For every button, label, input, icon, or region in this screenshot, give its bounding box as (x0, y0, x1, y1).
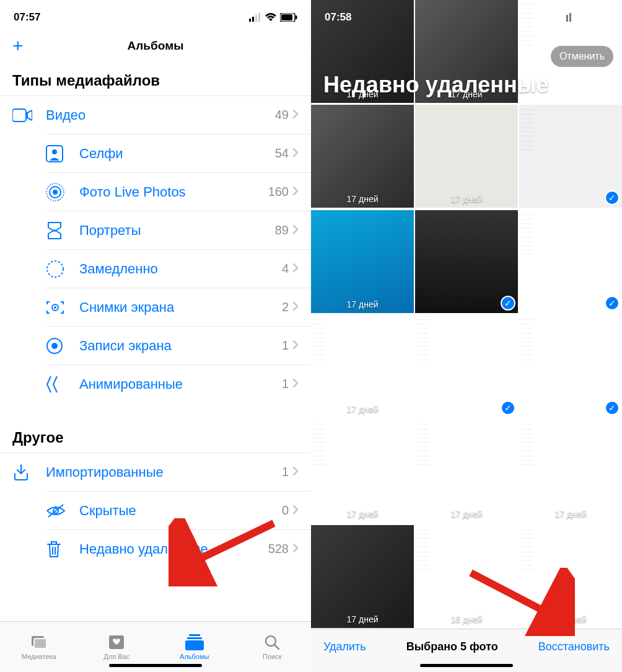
thumbnail-content: · · · · · ·· · · · · ·· · · · · ·· · · ·… (311, 315, 414, 365)
search-icon (264, 634, 280, 650)
list-item[interactable]: Записи экрана1 (46, 326, 311, 365)
thumbnail-content: · · · · · ·· · · · · ·· · · · · ·· · · ·… (519, 525, 622, 575)
chevron-right-icon (292, 109, 299, 122)
tab-library[interactable]: Медиатека (0, 622, 78, 672)
video-icon (12, 108, 46, 123)
delete-button[interactable]: Удалить (323, 640, 366, 653)
recently-deleted-screen: 07:58 Отменить Недавно удаленные 17 дней… (311, 0, 622, 672)
list-item-count: 4 (282, 262, 289, 276)
chevron-right-icon (292, 263, 299, 275)
thumbnail-content: · · · · · ·· · · · · ·· · · · · ·· · · ·… (311, 420, 414, 469)
list-item[interactable]: Импортированные1 (0, 453, 311, 491)
library-icon (30, 634, 48, 650)
nav-header: + Альбомы (0, 31, 311, 61)
add-button[interactable]: + (12, 35, 24, 56)
photo-thumbnail[interactable]: · · · · · ·· · · · · ·· · · · · ·· · · ·… (519, 105, 622, 208)
photo-thumbnail[interactable]: 17 дней (311, 525, 414, 628)
status-icons (560, 13, 608, 22)
status-time: 07:57 (14, 11, 40, 24)
svg-rect-23 (189, 634, 200, 636)
home-indicator (420, 664, 513, 667)
thumbnail-content: · · · · · ·· · · · · ·· · · · · ·· · · ·… (519, 105, 622, 154)
list-item[interactable]: Видео49 (0, 95, 311, 134)
photo-thumbnail[interactable]: · · · · · ·· · · · · ·· · · · · ·· · · ·… (519, 525, 622, 628)
photo-thumbnail[interactable]: · · · · · ·· · · · · ·· · · · · ·· · · ·… (415, 315, 518, 418)
list-item-count: 54 (275, 146, 289, 161)
section-media-title: Типы медиафайлов (0, 61, 311, 95)
svg-rect-31 (566, 15, 568, 22)
tab-label: Для Вас (103, 653, 129, 660)
screenshot-icon (46, 299, 79, 316)
photo-thumbnail[interactable]: 17 дней (415, 105, 518, 208)
list-item[interactable]: Селфи54 (46, 134, 311, 172)
record-icon (46, 337, 79, 355)
list-item-count: 1 (282, 465, 289, 479)
list-item-count: 1 (282, 338, 289, 353)
days-remaining-label: 17 дней (347, 404, 379, 414)
svg-rect-6 (296, 15, 297, 19)
photo-thumbnail[interactable]: · · · · · ·· · · · · ·· · · · · ·· · · ·… (519, 315, 622, 418)
chevron-right-icon (292, 301, 299, 314)
status-time: 07:58 (325, 11, 351, 24)
selected-checkmark-icon: ✓ (605, 296, 620, 311)
list-item[interactable]: Портреты89 (46, 211, 311, 249)
list-item-count: 528 (268, 542, 289, 556)
restore-button[interactable]: Восстановить (538, 640, 610, 653)
svg-rect-21 (34, 639, 46, 648)
list-item-label: Недавно удаленные (79, 541, 268, 557)
selfie-icon (46, 145, 79, 162)
status-icons (249, 13, 297, 22)
photo-thumbnail[interactable]: · · · · · ·· · · · · ·· · · · · ·· · · ·… (519, 420, 622, 523)
photo-thumbnail[interactable]: · · · · · ·· · · · · ·· · · · · ·· · · ·… (415, 525, 518, 628)
tab-label: Медиатека (22, 653, 56, 660)
list-item-label: Записи экрана (79, 338, 282, 354)
list-item[interactable]: Анимированные1 (46, 365, 311, 403)
photo-thumbnail[interactable]: · · · · · ·· · · · · ·· · · · · ·· · · ·… (311, 315, 414, 418)
slomo-icon (46, 260, 79, 278)
tab-label: Поиск (263, 653, 281, 660)
battery-icon (280, 13, 297, 22)
live-icon (46, 183, 79, 201)
photo-thumbnail[interactable]: ✓ (415, 210, 518, 313)
list-item-count: 0 (282, 503, 289, 518)
thumbnail-content: · · · · · ·· · · · · ·· · · · · ·· · · ·… (415, 315, 518, 365)
days-remaining-label: 17 дней (555, 509, 587, 519)
signal-icon (249, 13, 261, 22)
thumbnail-content: · · · · · ·· · · · · ·· · · · · ·· · · ·… (519, 420, 622, 469)
section-other-title: Другое (0, 403, 311, 453)
status-bar: 07:58 (311, 0, 622, 31)
albums-screen: 07:57 + Альбомы Типы медиафайлов Видео49… (0, 0, 311, 672)
cancel-button[interactable]: Отменить (551, 46, 613, 67)
list-item[interactable]: Недавно удаленные528 (46, 529, 311, 568)
svg-rect-7 (12, 109, 26, 122)
thumbnail-content: · · · · · ·· · · · · ·· · · · · ·· · · ·… (519, 210, 622, 260)
svg-point-9 (52, 149, 57, 154)
list-item[interactable]: Замедленно4 (46, 249, 311, 288)
tab-search[interactable]: Поиск (234, 622, 312, 672)
list-item[interactable]: Снимки экрана2 (46, 288, 311, 326)
svg-rect-5 (281, 14, 292, 20)
list-item-label: Замедленно (79, 261, 282, 277)
svg-point-17 (51, 343, 58, 349)
photo-thumbnail[interactable]: 17 дней (311, 210, 414, 313)
trash-icon (46, 540, 79, 559)
photo-thumbnail[interactable]: 17 дней (311, 105, 414, 208)
chevron-right-icon (292, 543, 299, 555)
list-item-label: Портреты (79, 223, 275, 239)
svg-rect-2 (255, 15, 257, 22)
chevron-right-icon (292, 186, 299, 198)
chevron-right-icon (292, 148, 299, 160)
tab-label: Альбомы (180, 653, 209, 660)
photo-thumbnail[interactable]: · · · · · ·· · · · · ·· · · · · ·· · · ·… (311, 420, 414, 523)
svg-rect-34 (592, 14, 603, 20)
list-item[interactable]: Фото Live Photos160 (46, 172, 311, 211)
photo-thumbnail[interactable]: · · · · · ·· · · · · ·· · · · · ·· · · ·… (519, 210, 622, 313)
thumbnail-content: · · · · · ·· · · · · ·· · · · · ·· · · ·… (415, 525, 518, 575)
svg-rect-25 (185, 640, 204, 650)
days-remaining-label: 17 дней (347, 194, 379, 204)
albums-icon (185, 634, 204, 650)
page-title: Недавно удаленные (323, 72, 610, 98)
list-item-count: 1 (282, 377, 289, 391)
list-item[interactable]: Скрытые0 (46, 491, 311, 529)
photo-thumbnail[interactable]: · · · · · ·· · · · · ·· · · · · ·· · · ·… (415, 420, 518, 523)
